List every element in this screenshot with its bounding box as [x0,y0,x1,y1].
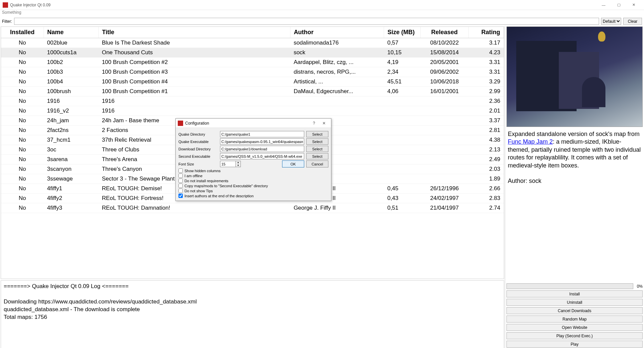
cell-title: Blue Is The Darkest Shade [99,38,290,48]
download-dir-input[interactable] [220,146,304,152]
cell-installed: No [1,194,44,203]
dialog-title: Configuration [185,121,309,126]
col-rating[interactable]: Rating [469,27,504,38]
chk-noreq[interactable] [178,179,183,183]
cell-released: 15/08/2014 [421,48,469,58]
menu-something[interactable]: Something [2,10,21,15]
cell-size: 45,51 [384,77,421,87]
table-row[interactable]: No100b2100 Brush Competition #2Aardappel… [1,58,504,67]
cell-size: 0,57 [384,38,421,48]
cell-rating: 2.74 [469,203,504,213]
progress-bar [506,283,633,289]
cell-released: 10/06/2018 [421,77,469,87]
chk-notips-label: Do not show Tips [184,189,213,193]
minimize-button[interactable]: — [596,0,611,10]
cell-released [421,145,469,155]
second-exe-label: Second Executable [178,154,218,158]
filter-mode-select[interactable]: Default [601,18,621,25]
cell-name: 3ssewage [44,174,98,184]
col-title[interactable]: Title [99,27,290,38]
col-size[interactable]: Size (MB) [384,27,421,38]
random-map-button[interactable]: Random Map [506,316,643,323]
log-line: Total maps: 1756 [4,314,501,321]
col-installed[interactable]: Installed [1,27,44,38]
maximize-button[interactable]: ▢ [611,0,626,10]
download-dir-select-button[interactable]: Select [306,146,328,152]
progress-pct: 0% [635,284,643,289]
filter-bar: Filter: Default Clear [0,17,644,26]
chk-authors[interactable] [178,194,183,198]
filter-input[interactable] [14,18,599,25]
cell-name: 3oc [44,145,98,155]
font-size-up[interactable]: ▲ [236,161,240,164]
table-row[interactable]: No100brush100 Brush Competition #1DaMaul… [1,87,504,96]
cell-rating: 3.31 [469,58,504,67]
cell-installed: No [1,48,44,58]
dialog-close-button[interactable]: ✕ [319,121,329,126]
play-second-button[interactable]: Play (Second Exec.) [506,332,643,339]
log-panel[interactable]: =======> Quake Injector Qt 0.09 Log <===… [1,280,504,348]
cell-name: 4fiffy3 [44,203,98,213]
cell-rating: 2.49 [469,155,504,164]
quake-dir-select-button[interactable]: Select [306,131,328,137]
chk-copy[interactable] [178,184,183,188]
play-button[interactable]: Play [506,341,643,348]
table-row[interactable]: No191619162.36 [1,96,504,106]
cell-author [290,106,384,116]
cell-installed: No [1,145,44,155]
font-size-down[interactable]: ▼ [236,164,240,167]
col-released[interactable]: Released [421,27,469,38]
window-title: Quake Injector Qt 0.09 [10,3,596,7]
quake-dir-input[interactable] [220,131,304,137]
cancel-downloads-button[interactable]: Cancel Downloads [506,307,643,314]
cell-author: sodalimonada176 [290,38,384,48]
second-exe-input[interactable] [220,153,304,159]
map-preview-image [506,26,643,127]
uninstall-button[interactable]: Uninstall [506,299,643,306]
cell-released [421,155,469,164]
cell-rating: 2.03 [469,164,504,174]
desc-author: Author: sock [508,178,541,184]
font-size-label: Font Size [178,162,218,166]
cell-released [421,116,469,126]
dialog-app-icon [178,121,183,126]
chk-notips[interactable] [178,189,183,193]
dialog-cancel-button[interactable]: Cancel [306,160,328,167]
cell-author: George J. Fiffy II [290,203,384,213]
desc-link[interactable]: Func Map Jam 2 [508,138,553,145]
chk-noreq-label: Do not install requirements [184,179,228,183]
open-website-button[interactable]: Open Website [506,324,643,331]
maps-table-wrap[interactable]: Installed Name Title Author Size (MB) Re… [1,26,504,279]
font-size-input[interactable] [220,161,235,167]
cell-name: 4fiffy1 [44,184,98,194]
col-author[interactable]: Author [290,27,384,38]
menubar: Something [0,10,644,17]
cell-released: 20/05/2001 [421,58,469,67]
quake-exe-input[interactable] [220,138,304,145]
clear-button[interactable]: Clear [623,18,642,25]
cell-rating: 4.38 [469,135,504,145]
quake-exe-select-button[interactable]: Select [306,138,328,145]
table-row[interactable]: No100b4100 Brush Competition #4Artistica… [1,77,504,87]
cell-name: 002blue [44,38,98,48]
chk-authors-label: Insert authors at the end of the descrip… [184,194,254,198]
col-name[interactable]: Name [44,27,98,38]
quake-dir-label: Quake Directory [178,132,218,136]
table-row[interactable]: No1916_v219162.01 [1,106,504,116]
cell-name: 2fact2ns [44,126,98,135]
dialog-ok-button[interactable]: OK [282,160,304,167]
cell-name: 1000cuts1a [44,48,98,58]
table-row[interactable]: No1000cuts1aOne Thousand Cutssock10,1515… [1,48,504,58]
chk-offline[interactable] [178,173,183,178]
table-row[interactable]: No100b3100 Brush Competition #3distrans,… [1,67,504,77]
close-button[interactable]: ✕ [626,0,641,10]
install-button[interactable]: Install [506,290,643,297]
dialog-help-button[interactable]: ? [309,121,319,126]
cell-installed: No [1,164,44,174]
second-exe-select-button[interactable]: Select [306,153,328,159]
desc-pre: Expanded standalone version of sock's ma… [508,131,640,137]
table-row[interactable]: No4fiffy3REoL TOUGH: Damnation!George J.… [1,203,504,213]
table-row[interactable]: No002blueBlue Is The Darkest Shadesodali… [1,38,504,48]
chk-hidden[interactable] [178,168,183,173]
cell-rating: 2.99 [469,87,504,96]
